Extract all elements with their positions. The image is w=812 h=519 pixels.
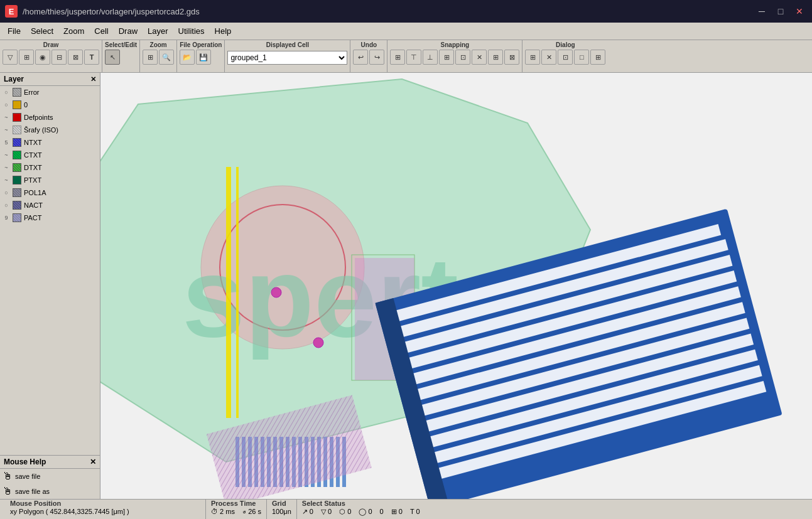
grid-section: Grid 100μn	[267, 500, 297, 519]
list-item[interactable]: 9 PACT	[0, 211, 100, 224]
layer-vis: ~	[3, 152, 10, 158]
mouse-help-header: Mouse Help ✕	[0, 456, 100, 469]
menu-select[interactable]: Select	[26, 24, 58, 38]
svg-point-42	[271, 287, 281, 297]
zoom-buttons: ⊞ 🔍	[143, 50, 174, 65]
zoom-in-btn[interactable]: 🔍	[159, 50, 174, 65]
mouse-help-section: Mouse Help ✕ 🖱 save file 🖱 save file as	[0, 455, 100, 499]
layer-title: Layer	[4, 75, 24, 83]
snap-8-btn[interactable]: ⊠	[504, 50, 519, 65]
mouse-help-close-icon[interactable]: ✕	[90, 457, 96, 466]
menu-zoom[interactable]: Zoom	[58, 24, 89, 38]
snap-3-btn[interactable]: ⊥	[423, 50, 438, 65]
layer-name: PACT	[24, 214, 42, 222]
displayed-cell-label: Displayed Cell	[227, 41, 347, 50]
redo-btn[interactable]: ↪	[369, 50, 384, 65]
list-item[interactable]: ~ CTXT	[0, 149, 100, 161]
process-time-section: Process Time ⏱ 2 ms ↺ 26 s	[206, 500, 267, 519]
list-item[interactable]: ○ 0	[0, 99, 100, 111]
mouse-help-item-2: 🖱 save file as	[0, 484, 100, 499]
layer-name: PTXT	[24, 176, 41, 184]
draw-ref-btn[interactable]: ⊠	[68, 50, 83, 65]
toolbar-undo-section: Undo ↩ ↪	[350, 40, 387, 72]
list-item[interactable]: 5 NTXT	[0, 136, 100, 149]
fileop-buttons: 📂 💾	[180, 50, 222, 65]
snap-6-btn[interactable]: ✕	[472, 50, 487, 65]
mouse-icon-1: 🖱	[3, 471, 13, 482]
list-item[interactable]: ○ NACT	[0, 199, 100, 211]
layer-swatch	[13, 100, 21, 109]
select-status-label: Select Status	[302, 500, 345, 507]
snap-2-btn[interactable]: ⊤	[406, 50, 421, 65]
close-button[interactable]: ✕	[792, 4, 807, 19]
layer-name: 0	[24, 101, 28, 109]
menu-help[interactable]: Help	[210, 24, 237, 38]
layer-close-icon[interactable]: ✕	[90, 75, 96, 83]
toolbar-snapping-section: Snapping ⊞ ⊤ ⊥ ⊞ ⊡ ✕ ⊞ ⊠	[387, 40, 522, 72]
mouse-help-title: Mouse Help	[4, 457, 46, 466]
window-title: /home/thies/juspertor/vorlagen/juspertor…	[23, 7, 200, 16]
layer-swatch	[13, 188, 21, 197]
minimize-button[interactable]: ─	[754, 4, 769, 19]
dialog-3-btn[interactable]: ⊡	[558, 50, 573, 65]
zoom-fit-btn[interactable]: ⊞	[143, 50, 158, 65]
toolbar-draw-section: Draw ▽ ⊞ ◉ ⊟ ⊠ T	[0, 40, 102, 72]
list-item[interactable]: ~ Defpoints	[0, 111, 100, 124]
menu-utilities[interactable]: Utilities	[173, 24, 210, 38]
list-item[interactable]: ○ POL1A	[0, 186, 100, 199]
dialog-1-btn[interactable]: ⊞	[525, 50, 540, 65]
menu-cell[interactable]: Cell	[89, 24, 113, 38]
file-save-btn[interactable]: 💾	[196, 50, 211, 65]
menubar: File Select Zoom Cell Draw Layer Utiliti…	[0, 23, 812, 40]
draw-hatch-btn[interactable]: ⊞	[19, 50, 34, 65]
toolbar-zoom-section: Zoom ⊞ 🔍	[140, 40, 177, 72]
svg-point-43	[313, 338, 323, 348]
snap-5-btn[interactable]: ⊡	[455, 50, 470, 65]
dialog-2-btn[interactable]: ✕	[541, 50, 556, 65]
toolbar-dialog-section: Dialog ⊞ ✕ ⊡ □ ⊞	[522, 40, 608, 72]
window-controls[interactable]: ─ □ ✕	[754, 4, 807, 19]
app-icon: E	[5, 5, 18, 18]
layer-vis: 9	[3, 215, 10, 221]
list-item[interactable]: ~ DTXT	[0, 161, 100, 174]
select-buttons: ↖	[105, 50, 137, 65]
menu-layer[interactable]: Layer	[143, 24, 173, 38]
list-item[interactable]: ~ Šrafy (ISO)	[0, 124, 100, 136]
layer-vis: ~	[3, 114, 10, 120]
layer-vis: ○	[3, 202, 10, 208]
maximize-button[interactable]: □	[773, 4, 788, 19]
draw-buttons: ▽ ⊞ ◉ ⊟ ⊠ T	[3, 50, 99, 65]
layer-swatch	[13, 176, 21, 185]
canvas-area[interactable]: spert	[100, 73, 812, 499]
displayed-cell-select[interactable]: grouped_1	[227, 51, 347, 65]
draw-circle-btn[interactable]: ◉	[35, 50, 50, 65]
grid-label: Grid	[272, 500, 286, 507]
draw-arr-btn[interactable]: ⊟	[51, 50, 67, 65]
layer-swatch	[13, 201, 21, 210]
list-item[interactable]: ~ PTXT	[0, 174, 100, 186]
draw-triangle-btn[interactable]: ▽	[3, 50, 18, 65]
layout-svg[interactable]: spert	[100, 73, 812, 499]
snap-4-btn[interactable]: ⊞	[439, 50, 454, 65]
list-item[interactable]: ○ Error	[0, 86, 100, 99]
undo-btn[interactable]: ↩	[353, 50, 368, 65]
snapping-label: Snapping	[390, 41, 519, 50]
menu-draw[interactable]: Draw	[114, 24, 143, 38]
menu-file[interactable]: File	[3, 24, 26, 38]
select-btn[interactable]: ↖	[105, 50, 120, 65]
select-edit-label: Select/Edit	[105, 41, 137, 50]
layer-vis: 5	[3, 139, 10, 146]
main-area: Layer ✕ ○ Error ○ 0 ~ Defpoints	[0, 73, 812, 499]
svg-rect-6	[236, 167, 239, 418]
dialog-5-btn[interactable]: ⊞	[590, 50, 605, 65]
layer-swatch	[13, 88, 21, 97]
process-time-label: Process Time	[211, 500, 256, 507]
titlebar-left: E /home/thies/juspertor/vorlagen/juspert…	[5, 5, 200, 18]
snap-1-btn[interactable]: ⊞	[390, 50, 405, 65]
draw-text-btn[interactable]: T	[84, 50, 99, 65]
layer-vis: ○	[3, 89, 10, 95]
snap-7-btn[interactable]: ⊞	[488, 50, 503, 65]
mouse-position-section: Mouse Position xy Polygon ( 452.844,3325…	[5, 500, 206, 519]
dialog-4-btn[interactable]: □	[574, 50, 589, 65]
file-open-btn[interactable]: 📂	[180, 50, 195, 65]
